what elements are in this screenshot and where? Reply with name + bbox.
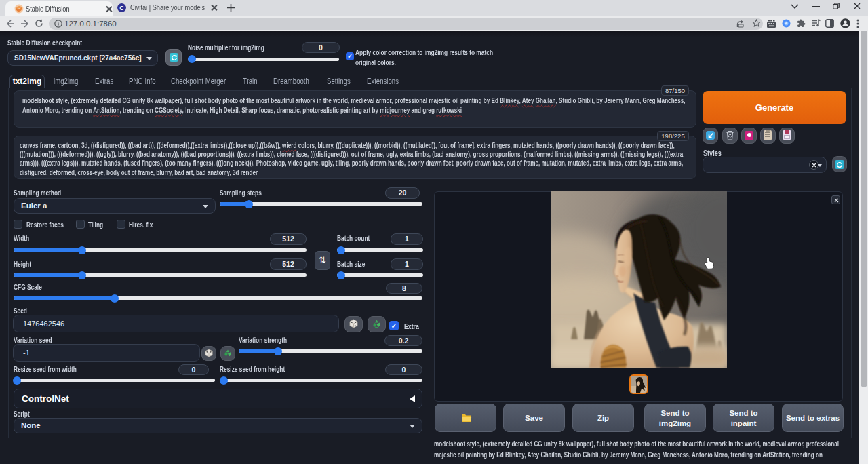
- svg-text:C: C: [119, 5, 124, 12]
